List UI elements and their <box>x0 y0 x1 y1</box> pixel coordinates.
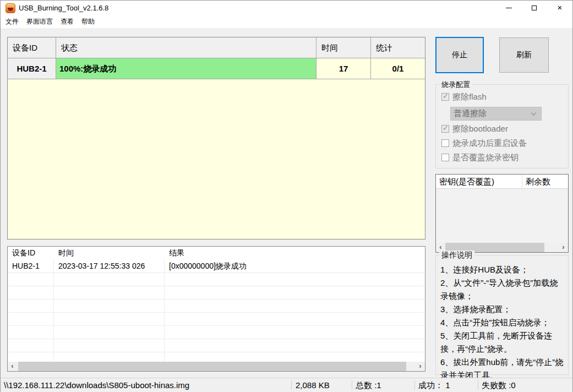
log-device-id: HUB2-1 <box>8 260 54 273</box>
window-title: USB_Burning_Tool_v2.1.6.8 <box>19 1 108 15</box>
menu-view[interactable]: 查看 <box>57 15 78 28</box>
log-empty-cell <box>54 326 165 339</box>
status-separator <box>478 380 478 390</box>
log-empty-cell <box>8 313 54 326</box>
menu-bar: 文件 界面语言 查看 帮助 <box>1 15 572 28</box>
log-empty-cell <box>54 313 165 326</box>
instruction-line: 3、选择烧录配置； <box>440 303 565 316</box>
device-table-header-status: 状态 <box>56 37 316 58</box>
log-empty-cell <box>165 313 425 326</box>
log-empty-cell <box>54 286 165 300</box>
device-table-header-id: 设备ID <box>8 37 56 58</box>
status-separator <box>414 380 415 390</box>
status-bar: \\192.168.111.22\downloads\S805-uboot-hi… <box>1 378 572 392</box>
app-icon <box>6 3 15 13</box>
log-empty-cell <box>54 273 165 286</box>
device-table-header-time: 时间 <box>316 37 371 58</box>
device-id-cell: HUB2-1 <box>8 58 56 79</box>
checkbox-reboot-after-success[interactable]: 烧录成功后重启设备 <box>441 138 527 148</box>
log-empty-cell <box>165 286 425 300</box>
minimize-button[interactable] <box>496 1 522 15</box>
stop-button[interactable]: 停止 <box>435 37 484 73</box>
key-table-header: 密钥(是否覆盖) 剩余数 <box>436 175 568 189</box>
log-empty-cell <box>165 326 425 339</box>
device-table-header-stats: 统计 <box>371 37 425 58</box>
device-row[interactable]: HUB2-1 100%:烧录成功 17 0/1 <box>8 58 425 79</box>
log-empty-cell <box>8 326 54 339</box>
checkbox-icon <box>441 154 449 161</box>
checkbox-erase-flash[interactable]: 擦除flash <box>441 92 487 102</box>
checkbox-overwrite-keys[interactable]: 是否覆盖烧录密钥 <box>441 153 519 162</box>
scrollbar-track[interactable] <box>17 362 416 371</box>
key-table-header-key: 密钥(是否覆盖) <box>436 175 522 188</box>
close-button[interactable]: × <box>547 1 572 15</box>
title-bar: USB_Burning_Tool_v2.1.6.8 × <box>1 1 572 15</box>
device-stats-cell: 0/1 <box>371 58 425 79</box>
log-row-empty <box>8 326 425 339</box>
burn-config-title: 烧录配置 <box>439 80 472 90</box>
refresh-button[interactable]: 刷新 <box>499 37 549 73</box>
instructions-group: 操作说明 1、连接好HUB及设备； 2、从“文件”-“导入烧录包”加载烧录镜像；… <box>435 255 569 375</box>
log-header-device-id: 设备ID <box>8 247 54 260</box>
instruction-line: 4、点击“开始”按钮启动烧录； <box>440 316 565 329</box>
status-image-path: \\192.168.111.22\downloads\S805-uboot-hi… <box>4 378 189 392</box>
checkbox-icon <box>441 93 449 101</box>
log-empty-cell <box>165 300 425 313</box>
device-status-cell: 100%:烧录成功 <box>56 58 316 79</box>
minimize-icon <box>506 8 512 8</box>
log-table-header: 设备ID 时间 结果 <box>8 247 425 260</box>
log-empty-rows <box>8 273 425 363</box>
chevron-down-icon <box>531 111 537 116</box>
log-row-empty <box>8 300 425 313</box>
log-table: 设备ID 时间 结果 HUB2-1 2023-03-17 12:55:33 02… <box>7 246 425 372</box>
status-total-count: 总数 :1 <box>356 378 381 392</box>
log-header-time: 时间 <box>54 247 165 260</box>
log-empty-cell <box>165 339 425 352</box>
status-separator <box>291 380 292 390</box>
maximize-button[interactable] <box>522 1 547 15</box>
log-row-empty <box>8 273 425 286</box>
log-time: 2023-03-17 12:55:33 026 <box>54 260 165 273</box>
log-header-result: 结果 <box>165 247 425 260</box>
erase-mode-select[interactable]: 普通擦除 <box>450 107 542 121</box>
log-row-empty <box>8 286 425 300</box>
log-table-hscrollbar[interactable]: ‹ › <box>8 362 425 371</box>
scrollbar-thumb[interactable] <box>18 362 406 371</box>
log-empty-cell <box>54 300 165 313</box>
menu-language[interactable]: 界面语言 <box>23 15 57 28</box>
menu-file[interactable]: 文件 <box>2 15 23 28</box>
status-success-count: 成功： 1 <box>418 378 450 392</box>
scroll-right-icon[interactable]: › <box>416 362 425 371</box>
instruction-line: 5、关闭工具前，先断开设备连接，再“停止”烧录。 <box>440 329 565 356</box>
instructions-text: 1、连接好HUB及设备； 2、从“文件”-“导入烧录包”加载烧录镜像； 3、选择… <box>440 263 565 382</box>
maximize-icon <box>532 6 537 10</box>
log-empty-cell <box>165 273 425 286</box>
checkbox-icon <box>441 125 449 133</box>
checkbox-icon <box>441 139 449 147</box>
key-table-header-remaining: 剩余数 <box>522 175 568 188</box>
app-window: USB_Burning_Tool_v2.1.6.8 × 文件 界面语言 查看 帮… <box>0 0 573 392</box>
burn-config-group: 烧录配置 擦除flash 普通擦除 擦除bootloader 烧录成功后重启设备… <box>435 84 569 168</box>
status-image-size: 2,088 KB <box>296 378 330 392</box>
instruction-line: 2、从“文件”-“导入烧录包”加载烧录镜像； <box>440 276 565 303</box>
status-separator <box>352 380 352 390</box>
key-table: 密钥(是否覆盖) 剩余数 ‹ › <box>435 174 569 253</box>
status-failed-count: 失败数 :0 <box>482 378 516 392</box>
device-table-header: 设备ID 状态 时间 统计 <box>8 37 425 58</box>
log-empty-cell <box>8 286 54 300</box>
log-row-empty <box>8 339 425 352</box>
log-row[interactable]: HUB2-1 2023-03-17 12:55:33 026 [0x000000… <box>8 260 425 273</box>
device-table: 设备ID 状态 时间 统计 HUB2-1 100%:烧录成功 17 0/1 <box>7 37 425 239</box>
checkbox-erase-bootloader[interactable]: 擦除bootloader <box>441 124 508 134</box>
scroll-left-icon[interactable]: ‹ <box>8 362 17 371</box>
log-row-empty <box>8 313 425 326</box>
log-empty-cell <box>8 300 54 313</box>
menu-help[interactable]: 帮助 <box>78 15 99 28</box>
log-table-body: HUB2-1 2023-03-17 12:55:33 026 [0x000000… <box>8 260 425 363</box>
scroll-right-icon[interactable]: › <box>559 243 568 252</box>
window-controls: × <box>496 1 572 15</box>
log-result: [0x00000000]烧录成功 <box>165 260 425 273</box>
log-empty-cell <box>8 339 54 352</box>
instructions-title: 操作说明 <box>439 251 474 260</box>
erase-mode-value: 普通擦除 <box>451 108 487 119</box>
